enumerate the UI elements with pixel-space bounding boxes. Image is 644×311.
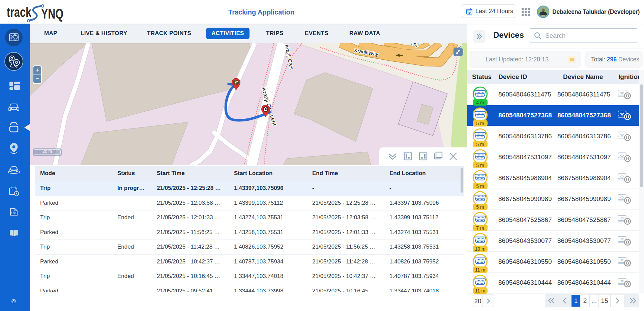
svg-text:YNQ: YNQ xyxy=(41,6,63,22)
svg-text:©: © xyxy=(11,298,16,305)
svg-text:Kranji Cres: Kranji Cres xyxy=(284,44,295,70)
svg-text:track: track xyxy=(7,5,32,20)
